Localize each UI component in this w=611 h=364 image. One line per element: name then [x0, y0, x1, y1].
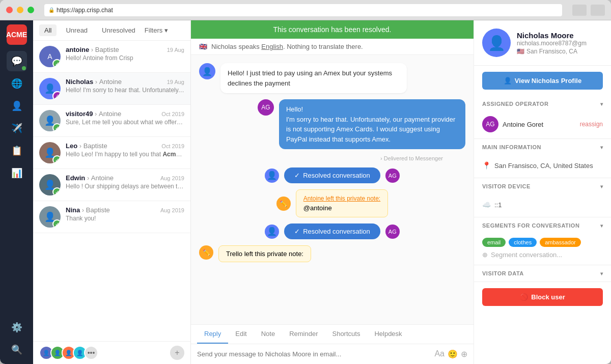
address-bar[interactable]: 🔒 https://app.crisp.chat: [44, 4, 562, 16]
conv-content-leo: Leo › Baptiste Oct 2019 Hello Leo! I'm h…: [66, 142, 184, 158]
conv-header-nicholas: Nicholas › Antoine 19 Aug: [66, 78, 184, 86]
note-text: @antoine: [303, 204, 380, 212]
segment-tag-clothes[interactable]: clothes: [509, 238, 537, 247]
resolved-pill-1: ✓ Resolved conversation: [284, 167, 380, 183]
conv-date-nicholas: 19 Aug: [167, 79, 184, 85]
search-icon: 🔍: [11, 344, 22, 355]
user-icon: 👤: [11, 100, 22, 111]
main-information-header[interactable]: MAIN INFORMATION ▾: [474, 139, 611, 155]
analytics-icon: 📊: [11, 167, 22, 179]
segment-tag-ambassador[interactable]: ambassador: [540, 238, 581, 247]
nav-item-users[interactable]: 👤: [7, 96, 27, 116]
maximize-button[interactable]: [27, 7, 34, 13]
resolved-banner: This conversation has been resolved.: [191, 20, 474, 39]
visitor-device-header[interactable]: VISITOR DEVICE ▾: [474, 178, 611, 194]
avatar-nicholas: 👤 🇺🇸 ✓ A: [39, 78, 61, 99]
conv-content-edwin: Edwin › Antoine Aug 2019 Hello ! Our shi…: [66, 174, 184, 190]
reassign-link[interactable]: reassign: [580, 121, 603, 128]
conv-name-leo: Leo › Baptiste: [66, 142, 107, 150]
conversation-item-visitor49[interactable]: 👤 🇫🇷 ✓ visitor49 › Antoine Oct 2019 Sure…: [33, 105, 190, 137]
nav-item-globe[interactable]: 🌐: [7, 73, 27, 94]
reply-input[interactable]: [197, 350, 430, 358]
tab-note[interactable]: Note: [254, 325, 282, 344]
minimize-button[interactable]: [17, 7, 23, 13]
chat-icon: 💬: [11, 55, 22, 67]
segments-header[interactable]: SEGMENTS FOR CONVERSATION ▾: [474, 217, 611, 234]
note-header: Antoine left this private note:: [303, 195, 380, 202]
reply-icons: Aa 🙂 ⊕: [434, 349, 467, 359]
resolved-pill-2: ✓ Resolved conversation: [284, 223, 380, 239]
conversation-item-nina[interactable]: 👤 🇺🇸 ✓ Nina › Baptiste Aug 2019 Thank yo…: [33, 201, 190, 233]
segment-add-input[interactable]: ⊕ Segment conversation...: [482, 251, 603, 259]
emoji-icon[interactable]: 🙂: [448, 349, 458, 359]
check-badge-nina: ✓: [52, 219, 61, 228]
resolved-avatar-2: 👤: [265, 225, 279, 239]
settings-icon: ⚙️: [11, 322, 22, 333]
partial-note-row: ✏️ Trello left this private note:: [199, 245, 465, 262]
nav-item-settings[interactable]: ⚙️: [7, 317, 27, 338]
conv-name-nicholas: Nicholas › Antoine: [66, 78, 122, 86]
avatar-leo: 👤 🇨🇦 ✓: [39, 142, 61, 163]
avatar-antoine: A 🇫🇷 ✓: [39, 46, 61, 67]
reply-bar: Reply Edit Note Reminder Shortcuts Helpd…: [191, 324, 474, 364]
conv-date-leo: Oct 2019: [161, 143, 184, 149]
user-header: 👤 Nicholas Moore nicholas.moore8787@gm 🇺…: [474, 20, 611, 66]
footer-more-button[interactable]: •••: [84, 346, 98, 360]
avatar-nina: 👤 🇺🇸 ✓: [39, 206, 61, 228]
nav-item-search[interactable]: 🔍: [7, 340, 27, 360]
tab-all[interactable]: All: [39, 24, 57, 36]
filters-button[interactable]: Filters ▾: [145, 26, 168, 34]
assigned-operator-header[interactable]: ASSIGNED OPERATOR ▾: [474, 96, 611, 112]
conversation-item-edwin[interactable]: 👤 🇺🇸 ✓ Edwin › Antoine Aug 2019 Hello ! …: [33, 169, 190, 201]
visitor-data-header[interactable]: VISITOR DATA ▾: [474, 265, 611, 282]
tab-unresolved[interactable]: Unresolved: [97, 24, 141, 36]
lock-icon: 🔒: [48, 7, 54, 13]
conv-date-nina: Aug 2019: [160, 207, 184, 213]
add-attachment-icon[interactable]: ⊕: [461, 349, 467, 359]
resolved-text-1: Resolved conversation: [303, 172, 370, 179]
nav-item-send[interactable]: ✈️: [7, 118, 27, 138]
resolved-avatar-2b: AG: [385, 225, 400, 239]
conversation-item-leo[interactable]: 👤 🇨🇦 ✓ Leo › Baptiste Oct 2019 Hello Leo…: [33, 137, 190, 169]
conv-header-visitor49: visitor49 › Antoine Oct 2019: [66, 110, 184, 118]
tab-reply[interactable]: Reply: [197, 325, 228, 344]
tab-helpdesk[interactable]: Helpdesk: [367, 325, 409, 344]
segment-tag-email[interactable]: email: [482, 238, 506, 247]
tab-shortcuts[interactable]: Shortcuts: [325, 325, 367, 344]
view-profile-button[interactable]: 👤 View Nicholas Profile: [482, 72, 603, 90]
conversation-item-nicholas[interactable]: 👤 🇺🇸 ✓ A Nicholas › Antoine 19 Aug Hello…: [33, 73, 190, 105]
tab-unread[interactable]: Unread: [61, 24, 93, 36]
secondary-avatar: A: [52, 91, 61, 99]
nav-item-chat[interactable]: 💬: [7, 51, 27, 71]
assigned-operator-section: ASSIGNED OPERATOR ▾ AG Antoine Goret rea…: [474, 96, 611, 139]
conv-preview: Hello! Antoine from Crisp: [66, 54, 184, 62]
message-bubble-agent: Hello!I'm sorry to hear that. Unfortunat…: [279, 99, 465, 149]
conv-preview-nicholas: Hello! I'm sorry to hear that. Unfortuna…: [66, 87, 184, 94]
conv-name-visitor49: visitor49 › Antoine: [66, 110, 121, 118]
conversation-item-antoine[interactable]: A 🇫🇷 ✓ antoine › Baptiste 19 Aug Hello! …: [33, 41, 190, 73]
language-bar: 🇬🇧 Nicholas speaks English. Nothing to t…: [191, 39, 474, 55]
app-body: ACME 💬 🌐 👤 ✈️ 📋 📊 ⚙️: [0, 20, 611, 364]
footer-avatars: 👤 👤 👤 👤 •••: [39, 346, 98, 360]
conv-content-nicholas: Nicholas › Antoine 19 Aug Hello! I'm sor…: [66, 78, 184, 94]
font-size-icon[interactable]: Aa: [434, 349, 445, 359]
tab-edit[interactable]: Edit: [228, 325, 254, 344]
close-button[interactable]: [6, 7, 13, 13]
toolbar-button-2[interactable]: [591, 5, 605, 16]
segment-tags: email clothes ambassador: [482, 238, 603, 247]
toolbar-button[interactable]: [572, 5, 587, 16]
visitor-device-section: VISITOR DEVICE ▾ ☁️ ::1: [474, 178, 611, 217]
user-message-avatar: 👤: [199, 63, 215, 79]
conv-content-visitor49: visitor49 › Antoine Oct 2019 Sure, Let m…: [66, 110, 184, 126]
block-user-button[interactable]: 🚫 Block user: [482, 288, 603, 306]
nav-item-docs[interactable]: 📋: [7, 141, 27, 161]
nav-item-analytics[interactable]: 📊: [7, 163, 27, 183]
location-info-row: 📍 San Fransisco, CA, United States: [482, 159, 603, 172]
conv-header: antoine › Baptiste 19 Aug: [66, 46, 184, 53]
add-participant-button[interactable]: +: [170, 346, 184, 360]
url-text: https://app.crisp.chat: [57, 7, 113, 14]
partial-note: Trello left this private note:: [218, 245, 311, 262]
lang-text: Nicholas speaks English. Nothing to tran…: [211, 43, 363, 50]
conv-name-edwin: Edwin › Antoine: [66, 174, 114, 182]
tab-reminder[interactable]: Reminder: [282, 325, 325, 344]
